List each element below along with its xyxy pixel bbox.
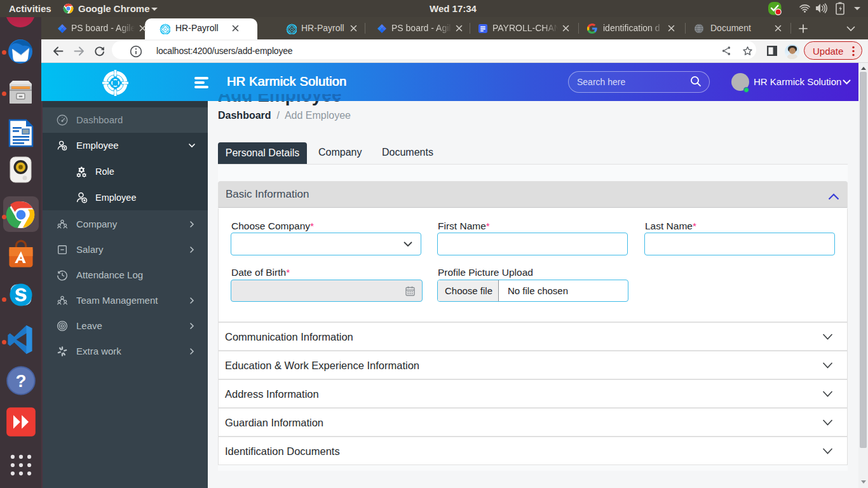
- svg-text:?: ?: [16, 371, 27, 391]
